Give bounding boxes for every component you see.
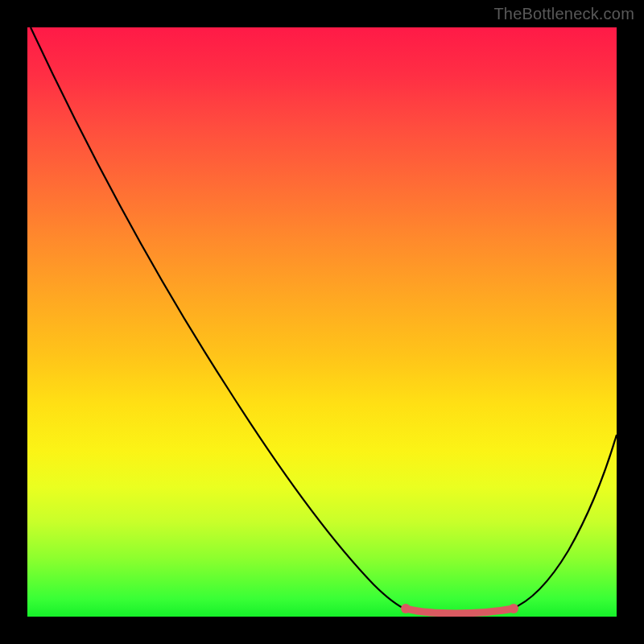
optimal-end-dot bbox=[509, 604, 518, 613]
curve-left-branch bbox=[31, 27, 407, 610]
watermark-text: TheBottleneck.com bbox=[493, 5, 634, 23]
plot-area bbox=[27, 27, 617, 617]
curve-right-branch bbox=[510, 435, 617, 609]
bottleneck-curve-svg bbox=[27, 27, 617, 617]
chart-canvas: TheBottleneck.com bbox=[0, 0, 644, 644]
optimal-range-segment bbox=[406, 609, 514, 613]
